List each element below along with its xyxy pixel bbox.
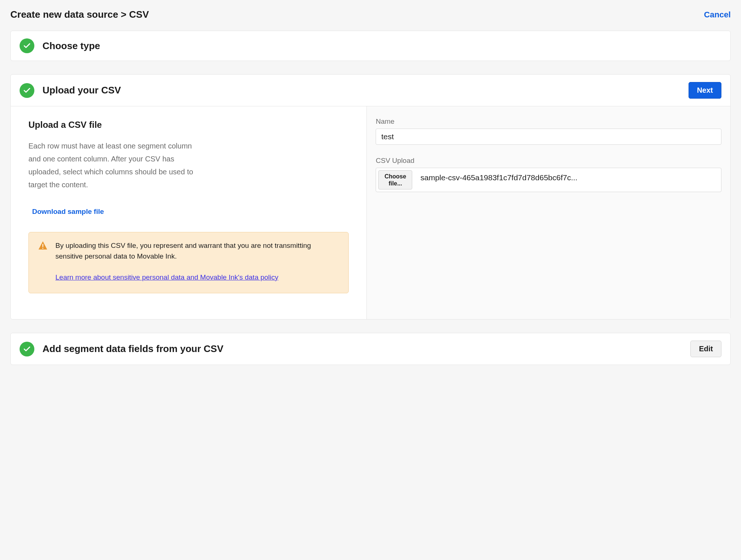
check-icon [20,342,34,356]
step-add-segment-card: Add segment data fields from your CSV Ed… [10,333,731,365]
csv-upload-row: Choose file... sample-csv-465a1983f1c7fd… [376,168,721,192]
step-choose-type-title: Choose type [42,40,721,52]
svg-rect-1 [42,248,43,249]
warning-text: By uploading this CSV file, you represen… [55,242,311,260]
uploaded-filename: sample-csv-465a1983f1c7fd7d78d65bc6f7c..… [414,168,721,192]
check-icon [20,83,34,98]
cancel-button[interactable]: Cancel [704,10,731,20]
step-upload-csv-title: Upload your CSV [42,85,680,96]
next-button[interactable]: Next [689,82,721,99]
step-upload-csv-card: Upload your CSV Next Upload a CSV file E… [10,74,731,320]
breadcrumb: Create new data source > CSV [10,9,149,20]
upload-csv-description: Each row must have at least one segment … [28,140,206,191]
name-label: Name [376,117,721,126]
download-sample-link[interactable]: Download sample file [32,208,349,216]
edit-button[interactable]: Edit [690,341,721,357]
choose-file-button[interactable]: Choose file... [378,170,412,189]
check-icon [20,38,34,53]
svg-rect-0 [42,244,43,247]
upload-csv-heading: Upload a CSV file [28,120,349,130]
warning-icon [38,240,48,251]
warning-box: By uploading this CSV file, you represen… [28,232,349,293]
warning-learn-more-link[interactable]: Learn more about sensitive personal data… [55,273,279,281]
step-add-segment-title: Add segment data fields from your CSV [42,343,682,355]
name-input[interactable] [376,129,721,145]
csv-upload-label: CSV Upload [376,157,721,165]
step-choose-type-card: Choose type [10,31,731,61]
